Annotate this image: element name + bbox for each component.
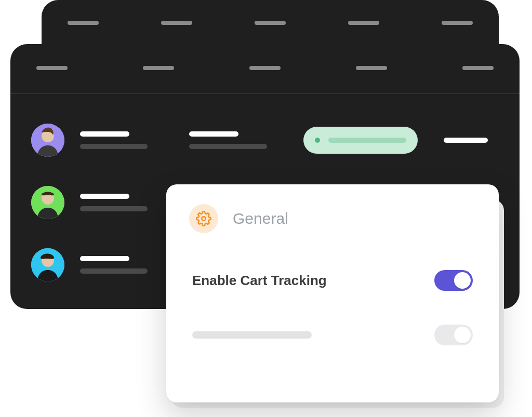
card-header: General xyxy=(166,184,499,249)
gear-icon xyxy=(189,204,218,233)
avatar xyxy=(31,248,64,281)
column-header-skeleton xyxy=(255,21,286,25)
svg-point-6 xyxy=(202,217,206,221)
setting-row xyxy=(166,312,499,358)
column-header-skeleton xyxy=(143,66,174,70)
cell-action xyxy=(444,138,493,143)
text-skeleton xyxy=(328,138,406,143)
status-dot-icon xyxy=(315,138,320,143)
setting-label: Enable Cart Tracking xyxy=(192,273,327,289)
card-title: General xyxy=(233,210,288,227)
toggle-cart-tracking[interactable] xyxy=(434,270,473,291)
cell-name xyxy=(80,256,158,274)
toggle-secondary[interactable] xyxy=(434,325,473,345)
toggle-knob xyxy=(454,327,471,343)
column-header-skeleton xyxy=(462,66,494,70)
header-divider xyxy=(10,93,520,94)
text-skeleton xyxy=(444,138,488,143)
text-skeleton xyxy=(80,268,148,274)
cell-name xyxy=(80,194,158,211)
text-skeleton xyxy=(189,131,238,137)
column-header-skeleton xyxy=(442,21,473,25)
text-skeleton xyxy=(80,256,129,261)
column-header-skeleton xyxy=(356,66,387,70)
text-skeleton xyxy=(80,131,129,137)
column-header-skeleton xyxy=(161,21,192,25)
column-header-skeleton xyxy=(36,66,68,70)
text-skeleton xyxy=(192,331,312,339)
avatar xyxy=(31,124,64,157)
table-row[interactable] xyxy=(31,109,499,171)
column-header-skeleton xyxy=(348,21,379,25)
status-chip[interactable] xyxy=(303,127,418,154)
setting-row: Enable Cart Tracking xyxy=(166,249,499,312)
avatar xyxy=(31,186,64,219)
settings-card: General Enable Cart Tracking xyxy=(166,184,499,402)
cell-name xyxy=(80,131,158,149)
cell-detail xyxy=(189,131,272,149)
header-bar xyxy=(42,21,499,25)
text-skeleton xyxy=(80,144,148,149)
cell-status xyxy=(303,127,423,154)
column-header-skeleton xyxy=(249,66,281,70)
text-skeleton xyxy=(80,194,129,199)
header-bar xyxy=(10,66,520,70)
text-skeleton xyxy=(80,206,148,211)
column-header-skeleton xyxy=(68,21,99,25)
text-skeleton xyxy=(189,144,267,149)
toggle-knob xyxy=(454,272,471,289)
